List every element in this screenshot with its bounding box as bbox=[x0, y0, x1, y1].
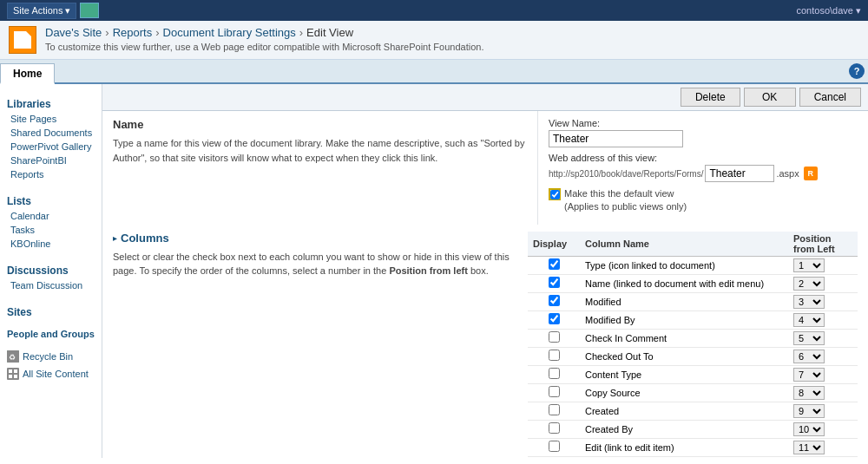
col-display-cell bbox=[528, 438, 580, 456]
user-menu-arrow: ▾ bbox=[856, 5, 861, 16]
svg-rect-6 bbox=[14, 375, 17, 378]
table-row: Content Type 123456789101112131415161718… bbox=[528, 365, 858, 383]
breadcrumb-sep-2: › bbox=[155, 26, 159, 39]
sidebar-item-shared-documents[interactable]: Shared Documents bbox=[0, 126, 102, 140]
col-position-cell: 1234567891011121314151617181920 bbox=[788, 292, 858, 310]
view-name-label: View Name: bbox=[549, 118, 858, 128]
table-row: Edit (link to edit item) 123456789101112… bbox=[528, 438, 858, 456]
col-position-select[interactable]: 1234567891011121314151617181920 bbox=[793, 386, 825, 400]
sidebar-item-reports[interactable]: Reports bbox=[0, 167, 102, 181]
site-icon bbox=[9, 26, 36, 54]
view-name-column: View Name: Web address of this view: htt… bbox=[538, 111, 868, 225]
col-position-select[interactable]: 1234567891011121314151617181920 bbox=[793, 441, 825, 454]
breadcrumb-doc-library-settings[interactable]: Document Library Settings bbox=[163, 26, 296, 39]
col-position-select[interactable]: 1234567891011121314151617181920 bbox=[793, 258, 825, 272]
username-label: contoso\dave bbox=[797, 5, 853, 16]
content-area: Delete OK Cancel Name Type a name for th… bbox=[102, 84, 868, 458]
content-columns: Name Type a name for this view of the do… bbox=[102, 111, 868, 225]
col-position-select[interactable]: 1234567891011121314151617181920 bbox=[793, 277, 825, 291]
cancel-button[interactable]: Cancel bbox=[799, 88, 861, 107]
table-row: File Size 123456789101112131415161718192… bbox=[528, 456, 858, 458]
site-actions-label: Site Actions bbox=[13, 5, 62, 16]
top-bar: Site Actions ▾ contoso\dave ▾ bbox=[0, 0, 868, 21]
breadcrumb: Dave's Site › Reports › Document Library… bbox=[45, 26, 859, 39]
ok-button[interactable]: OK bbox=[744, 88, 796, 107]
default-view-text: Make this the default view (Applies to p… bbox=[564, 187, 687, 214]
col-position-select[interactable]: 1234567891011121314151617181920 bbox=[793, 422, 825, 436]
header-text: Dave's Site › Reports › Document Library… bbox=[45, 26, 859, 52]
libraries-title: Libraries bbox=[0, 91, 102, 112]
col-position-select[interactable]: 1234567891011121314151617181920 bbox=[793, 350, 825, 363]
all-site-content-label: All Site Content bbox=[23, 369, 89, 379]
web-address-suffix: .aspx bbox=[776, 168, 799, 179]
breadcrumb-sep-3: › bbox=[299, 26, 303, 39]
sites-title: Sites bbox=[0, 299, 102, 320]
help-button[interactable]: ? bbox=[849, 63, 865, 79]
col-checkbox[interactable] bbox=[549, 295, 560, 306]
col-position-cell: 1234567891011121314151617181920 bbox=[788, 310, 858, 329]
col-checkbox[interactable] bbox=[549, 386, 560, 397]
sidebar-item-sharepointbi[interactable]: SharePointBI bbox=[0, 154, 102, 167]
name-section-title: Name bbox=[113, 118, 527, 131]
site-actions-button[interactable]: Site Actions ▾ bbox=[7, 3, 76, 19]
col-header-display: Display bbox=[528, 232, 580, 257]
col-name-cell: Type (icon linked to document) bbox=[580, 256, 788, 274]
default-view-checkbox[interactable] bbox=[550, 190, 560, 199]
collapse-icon[interactable]: ▸ bbox=[113, 233, 117, 243]
columns-desc-part2: box. bbox=[470, 265, 489, 276]
columns-layout: ▸ Columns Select or clear the check box … bbox=[113, 232, 858, 458]
web-address-input[interactable] bbox=[705, 165, 774, 182]
col-display-cell bbox=[528, 310, 580, 329]
col-position-select[interactable]: 1234567891011121314151617181920 bbox=[793, 368, 825, 382]
sidebar-item-tasks[interactable]: Tasks bbox=[0, 223, 102, 237]
view-name-group: View Name: bbox=[549, 118, 858, 147]
col-display-cell bbox=[528, 256, 580, 274]
col-position-cell: 1234567891011121314151617181920 bbox=[788, 347, 858, 365]
col-checkbox[interactable] bbox=[549, 277, 560, 288]
recycle-bin-label: Recycle Bin bbox=[23, 351, 73, 362]
col-position-select[interactable]: 1234567891011121314151617181920 bbox=[793, 331, 825, 345]
col-checkbox[interactable] bbox=[549, 441, 560, 452]
col-checkbox[interactable] bbox=[549, 350, 560, 361]
sidebar-item-kbonline[interactable]: KBOnline bbox=[0, 237, 102, 251]
breadcrumb-reports[interactable]: Reports bbox=[113, 26, 153, 39]
col-position-select[interactable]: 1234567891011121314151617181920 bbox=[793, 295, 825, 309]
delete-button[interactable]: Delete bbox=[681, 88, 740, 107]
col-display-cell bbox=[528, 365, 580, 383]
columns-desc-bold: Position from left bbox=[389, 265, 467, 276]
sidebar-item-calendar[interactable]: Calendar bbox=[0, 209, 102, 223]
col-checkbox[interactable] bbox=[549, 422, 560, 434]
col-display-cell bbox=[528, 347, 580, 365]
table-row: Name (linked to document with edit menu)… bbox=[528, 274, 858, 292]
site-icon-inner bbox=[14, 31, 31, 49]
dropdown-arrow-icon: ▾ bbox=[65, 5, 70, 16]
sidebar-item-people-groups[interactable]: People and Groups bbox=[0, 327, 102, 341]
columns-section-title[interactable]: Columns bbox=[121, 232, 169, 245]
grid-icon bbox=[7, 368, 19, 380]
view-name-input[interactable] bbox=[549, 130, 683, 147]
sidebar-item-powerpivot-gallery[interactable]: PowerPivot Gallery bbox=[0, 140, 102, 154]
table-row: Check In Comment 12345678910111213141516… bbox=[528, 329, 858, 347]
table-row: Created By 12345678910111213141516171819… bbox=[528, 420, 858, 438]
col-checkbox[interactable] bbox=[549, 368, 560, 379]
sidebar: Libraries Site Pages Shared Documents Po… bbox=[0, 84, 102, 458]
col-checkbox[interactable] bbox=[549, 331, 560, 343]
col-checkbox[interactable] bbox=[549, 313, 560, 324]
table-row: Created 1234567891011121314151617181920 bbox=[528, 402, 858, 420]
breadcrumb-daves-site[interactable]: Dave's Site bbox=[45, 26, 102, 39]
sidebar-item-team-discussion[interactable]: Team Discussion bbox=[0, 278, 102, 292]
col-checkbox[interactable] bbox=[549, 258, 560, 270]
all-site-content-icon bbox=[7, 368, 19, 380]
col-position-select[interactable]: 1234567891011121314151617181920 bbox=[793, 313, 825, 327]
col-position-select[interactable]: 1234567891011121314151617181920 bbox=[793, 404, 825, 418]
sidebar-item-all-site-content[interactable]: All Site Content bbox=[0, 365, 102, 382]
columns-table: Display Column Name Position from Left T… bbox=[528, 232, 858, 458]
col-name-cell: Content Type bbox=[580, 365, 788, 383]
sidebar-item-recycle-bin[interactable]: ♻ Recycle Bin bbox=[0, 348, 102, 365]
tab-home[interactable]: Home bbox=[0, 63, 55, 84]
table-row: Modified 1234567891011121314151617181920 bbox=[528, 292, 858, 310]
sidebar-item-site-pages[interactable]: Site Pages bbox=[0, 112, 102, 126]
col-name-cell: Modified By bbox=[580, 310, 788, 329]
discussions-title: Discussions bbox=[0, 258, 102, 278]
col-checkbox[interactable] bbox=[549, 404, 560, 415]
